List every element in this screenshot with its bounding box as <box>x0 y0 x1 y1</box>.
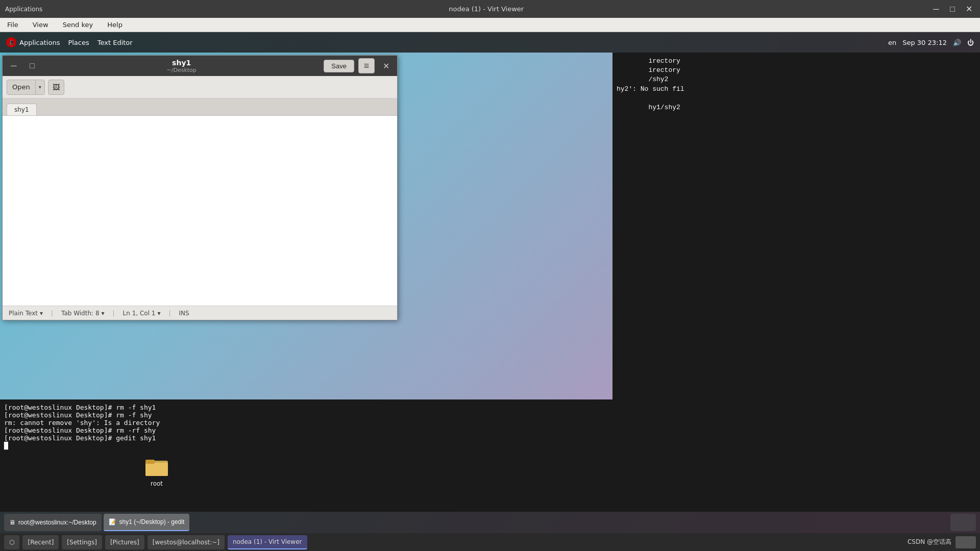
gedit-minimize-button[interactable]: ─ <box>7 59 21 73</box>
taskbar-right <box>950 514 976 531</box>
taskbar-terminal-label: root@westoslinux:~/Desktop <box>18 519 96 526</box>
svg-rect-6 <box>145 460 155 464</box>
gedit-open-label: Open <box>7 83 35 91</box>
root-folder-icon <box>144 454 169 478</box>
status-sep-3: | <box>169 310 171 317</box>
host-taskbar-settings[interactable]: [Settings] <box>62 535 102 549</box>
gedit-open-button[interactable]: Open ▾ <box>7 80 45 95</box>
virt-minimize-button[interactable]: ─ <box>930 3 942 15</box>
panel-places[interactable]: Places <box>68 39 89 46</box>
taskbar-terminal-icon: 🖥 <box>9 519 15 526</box>
host-taskbar-pictures[interactable]: [Pictures] <box>105 535 144 549</box>
taskbar-gedit-label: shy1 (~/Desktop) - gedit <box>119 518 185 525</box>
host-taskbar-westos[interactable]: [westos@localhost:~] <box>148 535 225 549</box>
gedit-position-status[interactable]: Ln 1, Col 1 ▾ <box>123 310 161 317</box>
panel-volume-icon[interactable]: 🔊 <box>953 39 961 46</box>
virt-menu-bar: File View Send key Help <box>0 18 980 32</box>
bottom-terminal-output: [root@westoslinux Desktop]# rm -f shy1 [… <box>4 404 976 449</box>
gedit-preview-button[interactable]: 🖼 <box>48 80 64 95</box>
status-sep-1: | <box>51 310 53 317</box>
host-taskbar-recent[interactable]: [Recent] <box>22 535 59 549</box>
panel-power-icon[interactable]: ⏻ <box>967 39 974 46</box>
tab-width-label: Tab Width: 8 <box>61 310 99 317</box>
host-apps-icon: ⬡ <box>9 539 14 546</box>
panel-applications-label[interactable]: Applications <box>19 39 60 46</box>
host-taskbar-csdn: CSDN @空话高 <box>908 538 951 546</box>
gedit-title-center: shy1 ~/Desktop <box>43 59 320 73</box>
root-folder-label: root <box>151 480 163 487</box>
taskbar-square-1[interactable] <box>950 514 976 531</box>
taskbar-gedit-icon: 📝 <box>109 518 116 525</box>
position-label: Ln 1, Col 1 <box>123 310 156 317</box>
host-taskbar-right: CSDN @空话高 <box>908 536 976 548</box>
gedit-menu-button[interactable]: ≡ <box>358 58 375 73</box>
virt-viewer-window: Applications nodea (1) - Virt Viewer ─ □… <box>0 0 980 551</box>
virt-title-left: Applications <box>5 6 42 13</box>
virt-title-text: nodea (1) - Virt Viewer <box>42 5 930 13</box>
host-pictures-label: [Pictures] <box>110 539 139 546</box>
svg-rect-5 <box>145 463 168 476</box>
taskbar-terminal-btn[interactable]: 🖥 root@westoslinux:~/Desktop <box>4 514 102 531</box>
gedit-title-name: shy1 <box>43 59 320 67</box>
gedit-tab-width-status[interactable]: Tab Width: 8 ▾ <box>61 310 105 317</box>
tab-width-arrow[interactable]: ▾ <box>102 310 105 317</box>
gedit-close-button[interactable]: ✕ <box>379 59 393 73</box>
virt-menu-file[interactable]: File <box>4 20 21 30</box>
gedit-statusbar: Plain Text ▾ | Tab Width: 8 ▾ | Ln 1, Co… <box>3 306 397 320</box>
virt-restore-button[interactable]: □ <box>946 3 959 15</box>
plain-text-label: Plain Text <box>9 310 38 317</box>
gedit-tab-shy1[interactable]: shy1 <box>7 104 37 115</box>
panel-locale: en <box>888 39 896 46</box>
gedit-open-arrow[interactable]: ▾ <box>35 80 44 94</box>
host-taskbar-virtviewer[interactable]: nodea (1) - Virt Viewer <box>228 535 307 549</box>
host-settings-label: [Settings] <box>67 539 97 546</box>
gedit-maximize-button[interactable]: □ <box>25 59 39 73</box>
virt-title-bar: Applications nodea (1) - Virt Viewer ─ □… <box>0 0 980 18</box>
terminal-window: irectory irectory /shy2 hy2': No such fi… <box>612 53 980 430</box>
terminal-output: irectory irectory /shy2 hy2': No such fi… <box>617 57 976 112</box>
gedit-tabs: shy1 <box>3 98 397 116</box>
virt-close-button[interactable]: ✕ <box>963 3 975 15</box>
position-arrow[interactable]: ▾ <box>157 310 160 317</box>
gedit-toolbar: Open ▾ 🖼 <box>3 76 397 98</box>
gedit-save-button[interactable]: Save <box>324 60 354 72</box>
vm-top-panel: 🎩 Applications Places Text Editor en Sep… <box>0 32 980 53</box>
gedit-titlebar: ─ □ shy1 ~/Desktop Save ≡ ✕ <box>3 56 397 76</box>
vm-panel-right: en Sep 30 23:12 🔊 ⏻ <box>888 39 974 46</box>
gedit-plain-text-status[interactable]: Plain Text ▾ <box>9 310 43 317</box>
gedit-textarea[interactable] <box>5 118 395 304</box>
panel-datetime: Sep 30 23:12 <box>902 39 947 46</box>
taskbar-gedit-btn[interactable]: 📝 shy1 (~/Desktop) - gedit <box>104 514 190 531</box>
panel-applications[interactable]: 🎩 Applications <box>6 37 60 47</box>
plain-text-arrow[interactable]: ▾ <box>40 310 43 317</box>
host-taskbar-apps[interactable]: ⬡ <box>4 535 19 549</box>
host-taskbar-input-indicator <box>955 536 976 548</box>
host-recent-label: [Recent] <box>28 539 54 546</box>
desktop-icon-root-folder[interactable]: root <box>139 454 175 487</box>
host-taskbar: ⬡ [Recent] [Settings] [Pictures] [westos… <box>0 533 980 551</box>
virt-menu-help[interactable]: Help <box>104 20 126 30</box>
virt-menu-sendkey[interactable]: Send key <box>60 20 96 30</box>
host-apps-label[interactable]: Applications <box>5 6 42 13</box>
gedit-title-path: ~/Desktop <box>43 67 320 73</box>
panel-text-editor[interactable]: Text Editor <box>97 39 133 46</box>
redhat-icon: 🎩 <box>6 37 16 47</box>
virt-title-controls: ─ □ ✕ <box>930 3 975 15</box>
host-virtviewer-label: nodea (1) - Virt Viewer <box>233 538 302 545</box>
gedit-editor[interactable] <box>3 116 397 306</box>
vm-desktop: 🎩 Applications Places Text Editor en Sep… <box>0 32 980 533</box>
virt-menu-view[interactable]: View <box>30 20 52 30</box>
vm-taskbar: 🖥 root@westoslinux:~/Desktop 📝 shy1 (~/D… <box>0 512 980 533</box>
status-sep-2: | <box>113 310 115 317</box>
vm-display: 🎩 Applications Places Text Editor en Sep… <box>0 32 980 533</box>
gedit-window: ─ □ shy1 ~/Desktop Save ≡ ✕ Open ▾ <box>2 55 398 320</box>
host-westos-label: [westos@localhost:~] <box>153 539 219 546</box>
gedit-ins-mode: INS <box>179 310 189 317</box>
